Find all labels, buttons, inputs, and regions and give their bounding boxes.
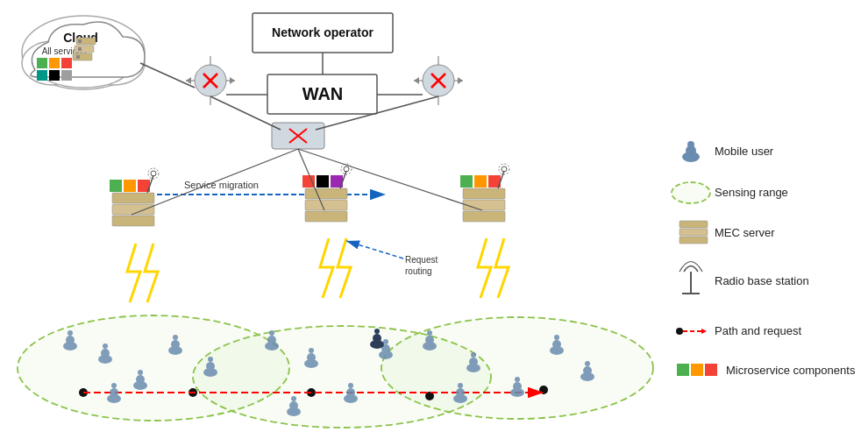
svg-rect-68: [460, 175, 473, 188]
svg-point-135: [456, 388, 465, 397]
svg-point-138: [373, 334, 381, 343]
svg-point-109: [309, 348, 314, 353]
svg-rect-145: [679, 221, 708, 228]
svg-rect-63: [305, 200, 347, 210]
svg-rect-16: [76, 55, 80, 59]
svg-point-112: [348, 383, 353, 388]
svg-point-103: [111, 383, 117, 388]
service-migration-label: Service migration: [184, 180, 259, 190]
svg-point-108: [307, 353, 316, 362]
legend-microservice-label: Microservice components: [726, 364, 856, 377]
svg-rect-155: [705, 364, 717, 376]
svg-point-120: [425, 336, 434, 344]
legend-path-request-label: Path and request: [715, 324, 801, 337]
svg-point-150: [676, 328, 683, 335]
svg-rect-146: [679, 229, 708, 236]
svg-rect-13: [73, 53, 92, 60]
svg-rect-6: [49, 58, 60, 68]
svg-point-115: [383, 339, 388, 344]
svg-point-102: [110, 388, 118, 397]
svg-rect-55: [112, 216, 154, 226]
svg-rect-54: [112, 204, 154, 215]
svg-rect-59: [302, 175, 315, 188]
network-operator-label: Network operator: [272, 25, 374, 39]
svg-rect-62: [305, 188, 347, 199]
svg-rect-5: [37, 58, 47, 68]
svg-rect-73: [463, 211, 505, 222]
svg-point-133: [585, 361, 590, 366]
network-operator-group: Network operator: [253, 13, 393, 53]
legend-sensing-range-label: Sensing range: [715, 186, 788, 199]
svg-point-132: [583, 366, 592, 375]
svg-rect-12: [75, 46, 94, 53]
svg-point-126: [513, 382, 522, 391]
svg-point-144: [672, 182, 710, 203]
svg-point-96: [171, 340, 180, 349]
svg-point-123: [469, 358, 478, 366]
svg-point-143: [687, 141, 694, 148]
svg-point-106: [269, 330, 274, 336]
svg-rect-147: [679, 237, 708, 244]
svg-text:routing: routing: [405, 266, 432, 276]
svg-rect-10: [61, 70, 72, 81]
svg-point-111: [346, 388, 355, 397]
legend-radio-base-station-label: Radio base station: [715, 274, 809, 287]
svg-point-105: [267, 336, 276, 344]
svg-point-139: [374, 329, 380, 334]
svg-point-118: [291, 396, 296, 401]
svg-rect-50: [110, 180, 122, 192]
svg-point-87: [66, 336, 75, 344]
svg-point-91: [103, 343, 108, 349]
svg-point-97: [173, 335, 178, 340]
svg-rect-154: [691, 364, 703, 376]
svg-point-100: [208, 357, 213, 362]
svg-rect-72: [463, 200, 505, 210]
svg-point-124: [471, 352, 476, 358]
wan-group: WAN: [267, 74, 377, 114]
sensing-range-right: [381, 317, 653, 419]
switch-middle: [272, 123, 324, 149]
svg-point-127: [515, 377, 520, 382]
svg-rect-71: [463, 188, 505, 199]
svg-point-90: [101, 349, 110, 358]
svg-rect-69: [474, 175, 487, 188]
svg-rect-53: [112, 193, 154, 203]
legend-mobile-user-label: Mobile user: [715, 145, 774, 158]
svg-rect-15: [78, 47, 82, 51]
svg-point-94: [138, 370, 143, 375]
cloud-group: Cloud All services: [22, 16, 145, 89]
svg-point-117: [289, 401, 298, 410]
svg-point-99: [206, 362, 215, 371]
svg-rect-153: [677, 364, 689, 376]
svg-rect-8: [37, 70, 47, 81]
legend-mec-server-label: MEC server: [715, 226, 775, 239]
svg-point-129: [552, 340, 561, 349]
svg-rect-60: [317, 175, 329, 188]
svg-rect-51: [124, 180, 136, 192]
svg-point-130: [554, 335, 559, 340]
svg-rect-7: [61, 58, 72, 68]
svg-point-88: [68, 330, 73, 336]
svg-point-93: [136, 375, 145, 384]
request-routing-label: Request: [405, 255, 438, 265]
svg-point-121: [427, 330, 432, 336]
svg-rect-14: [78, 39, 82, 43]
wan-label: WAN: [302, 84, 344, 103]
svg-rect-9: [49, 70, 60, 81]
svg-point-136: [458, 383, 463, 388]
svg-rect-64: [305, 211, 347, 222]
